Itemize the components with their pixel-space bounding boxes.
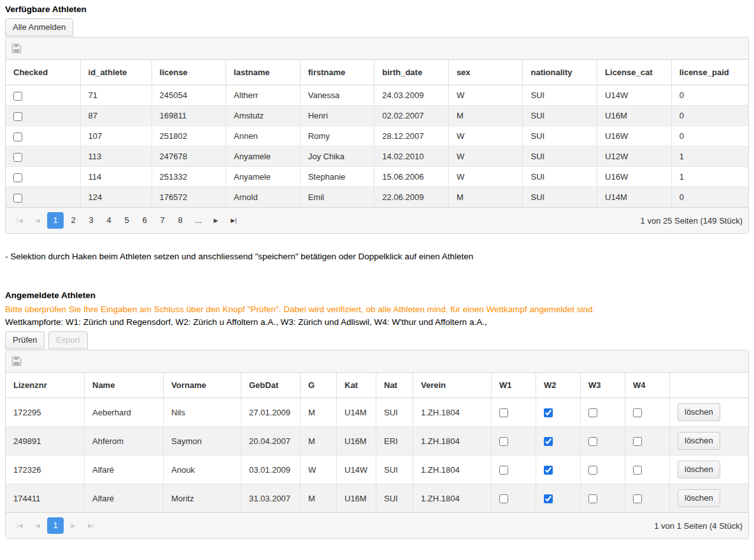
- column-header-name[interactable]: Name: [84, 373, 163, 398]
- pager-page-3[interactable]: 3: [83, 212, 99, 229]
- column-header-firstname[interactable]: firstname: [300, 60, 374, 85]
- row-select-checkbox[interactable]: [13, 194, 22, 203]
- row-select-checkbox[interactable]: [13, 153, 22, 162]
- pager-last-button[interactable]: ▶|: [83, 517, 99, 534]
- next-icon: ▶: [214, 217, 218, 224]
- table-row[interactable]: 114 251332 Anyamele Stephanie 15.06.2006…: [6, 167, 748, 187]
- pager-first-button[interactable]: |◀: [11, 517, 28, 534]
- w2-checkbox[interactable]: [544, 494, 553, 503]
- nat-cell: ERI: [376, 427, 413, 456]
- pager-page-7[interactable]: 7: [154, 212, 171, 229]
- w1-checkbox[interactable]: [499, 466, 508, 475]
- column-header-w2[interactable]: W2: [536, 373, 580, 398]
- column-header-nationality[interactable]: nationality: [522, 60, 597, 85]
- column-header-gebdat[interactable]: GebDat: [241, 373, 300, 398]
- w1-checkbox[interactable]: [499, 494, 508, 503]
- vorname-cell: Nils: [163, 398, 241, 427]
- pager-more-pages-button[interactable]: ...: [190, 212, 206, 229]
- column-header-g[interactable]: G: [300, 373, 336, 398]
- column-header-sex[interactable]: sex: [448, 60, 523, 85]
- enroll-all-button[interactable]: Alle Anmelden: [5, 18, 73, 36]
- table-row[interactable]: 174411 Alfaré Moritz 31.03.2007 M U16M S…: [6, 484, 749, 512]
- column-header-vorname[interactable]: Vorname: [163, 373, 241, 398]
- w4-checkbox[interactable]: [633, 408, 642, 417]
- delete-button[interactable]: löschen: [678, 461, 720, 478]
- firstname-cell: Emil: [300, 187, 374, 207]
- w1-checkbox[interactable]: [499, 437, 508, 446]
- nat-cell: SUI: [376, 398, 413, 427]
- lastname-cell: Amstutz: [225, 106, 300, 126]
- pager-prev-button[interactable]: ◀: [29, 212, 46, 229]
- available-grid: Checked id_athlete license lastname firs…: [5, 37, 749, 234]
- pager-page-1[interactable]: 1: [47, 212, 64, 229]
- id-athlete-cell: 107: [80, 126, 152, 147]
- column-header-license[interactable]: license: [152, 60, 226, 85]
- column-header-birth-date[interactable]: birth_date: [374, 60, 448, 85]
- row-select-checkbox[interactable]: [13, 133, 22, 141]
- save-icon[interactable]: [11, 359, 22, 368]
- w3-checkbox[interactable]: [588, 494, 597, 503]
- pager-page-1[interactable]: 1: [47, 517, 64, 534]
- row-select-checkbox[interactable]: [13, 92, 22, 101]
- row-select-checkbox[interactable]: [13, 112, 22, 121]
- table-row[interactable]: 107 251802 Annen Romy 28.12.2007 W SUI U…: [6, 126, 748, 147]
- pager-page-4[interactable]: 4: [101, 212, 117, 229]
- table-row[interactable]: 71 245054 Altherr Vanessa 24.03.2009 W S…: [6, 85, 748, 106]
- pager-page-8[interactable]: 8: [172, 212, 188, 229]
- table-row[interactable]: 249891 Ahferom Saymon 20.04.2007 M U16M …: [6, 427, 749, 456]
- table-row[interactable]: 87 169811 Amstutz Henri 02.02.2007 M SUI…: [6, 106, 748, 126]
- column-header-w3[interactable]: W3: [580, 373, 625, 398]
- table-row[interactable]: 124 176572 Arnold Emil 22.06.2009 M SUI …: [6, 187, 748, 207]
- w2-checkbox[interactable]: [544, 408, 553, 417]
- pager-page-5[interactable]: 5: [118, 212, 135, 229]
- pager-last-button[interactable]: ▶|: [225, 212, 242, 229]
- gebdat-cell: 27.01.2009: [241, 398, 300, 427]
- table-row[interactable]: 172326 Alfaré Anouk 03.01.2009 W U14W SU…: [6, 456, 749, 484]
- checked-cell: [6, 187, 80, 207]
- save-icon[interactable]: [11, 46, 22, 55]
- table-row[interactable]: 113 247678 Anyamele Joy Chika 14.02.2010…: [6, 147, 748, 167]
- column-header-verein[interactable]: Verein: [413, 373, 491, 398]
- license-cell: 251802: [152, 126, 226, 147]
- delete-button[interactable]: löschen: [678, 489, 720, 507]
- pager-first-button[interactable]: |◀: [11, 212, 28, 229]
- birth-date-cell: 22.06.2009: [374, 187, 448, 207]
- column-header-license-cat[interactable]: License_cat: [597, 60, 671, 85]
- license-cat-cell: U14M: [597, 187, 671, 207]
- column-header-nat[interactable]: Nat: [376, 373, 413, 398]
- pager-page-6[interactable]: 6: [136, 212, 153, 229]
- delete-button[interactable]: löschen: [678, 432, 720, 450]
- lastname-cell: Annen: [225, 126, 300, 147]
- column-header-lastname[interactable]: lastname: [225, 60, 300, 85]
- pager-prev-button[interactable]: ◀: [29, 517, 46, 534]
- export-button[interactable]: Export: [48, 331, 88, 349]
- column-header-id-athlete[interactable]: id_athlete: [80, 60, 152, 85]
- firstname-cell: Stephanie: [300, 167, 374, 187]
- column-header-license-paid[interactable]: license_paid: [671, 60, 748, 85]
- column-header-checked[interactable]: Checked: [6, 60, 80, 85]
- w4-checkbox[interactable]: [633, 466, 642, 475]
- delete-button[interactable]: löschen: [678, 403, 720, 421]
- w3-checkbox[interactable]: [588, 437, 597, 446]
- table-row[interactable]: 172295 Aeberhard Nils 27.01.2009 M U14M …: [6, 398, 749, 427]
- column-header-w1[interactable]: W1: [491, 373, 536, 398]
- venues-info: Wettkampforte: W1: Zürich und Regensdorf…: [5, 317, 749, 327]
- name-cell: Alfaré: [84, 484, 163, 512]
- row-select-checkbox[interactable]: [13, 173, 22, 182]
- check-button[interactable]: Prüfen: [5, 331, 45, 349]
- pager-next-button[interactable]: ▶: [65, 517, 82, 534]
- registered-table: Lizenznr Name Vorname GebDat G Kat Nat V…: [6, 373, 749, 512]
- w1-checkbox[interactable]: [499, 408, 508, 417]
- w2-checkbox[interactable]: [544, 437, 553, 446]
- w3-checkbox[interactable]: [588, 466, 597, 475]
- column-header-w4[interactable]: W4: [625, 373, 669, 398]
- column-header-lizenznr[interactable]: Lizenznr: [6, 373, 84, 398]
- pager-next-button[interactable]: ▶: [208, 212, 224, 229]
- w4-checkbox[interactable]: [633, 494, 642, 503]
- column-header-kat[interactable]: Kat: [336, 373, 376, 398]
- pager-page-2[interactable]: 2: [65, 212, 82, 229]
- w2-checkbox[interactable]: [544, 466, 553, 475]
- w3-checkbox[interactable]: [588, 408, 597, 417]
- w4-checkbox[interactable]: [633, 437, 642, 446]
- g-cell: M: [300, 427, 336, 456]
